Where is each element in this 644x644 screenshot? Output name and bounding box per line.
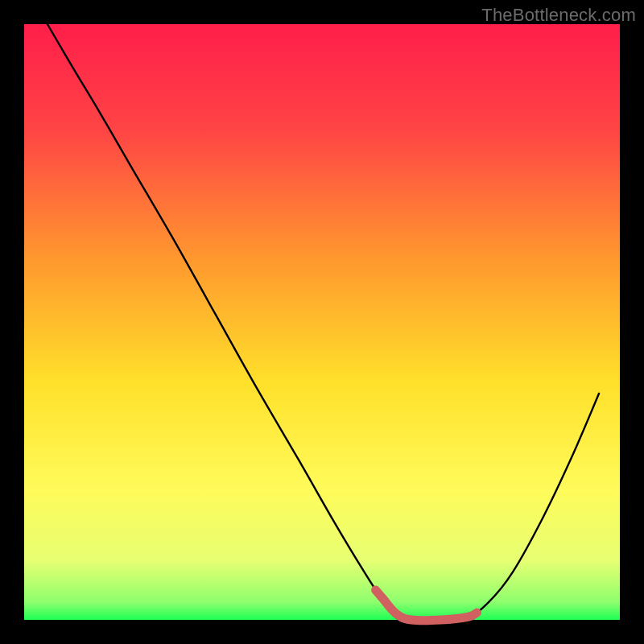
watermark-text: TheBottleneck.com: [481, 5, 636, 26]
bottleneck-curve-chart: [0, 0, 644, 644]
plot-background: [24, 24, 620, 620]
chart-container: TheBottleneck.com: [0, 0, 644, 644]
